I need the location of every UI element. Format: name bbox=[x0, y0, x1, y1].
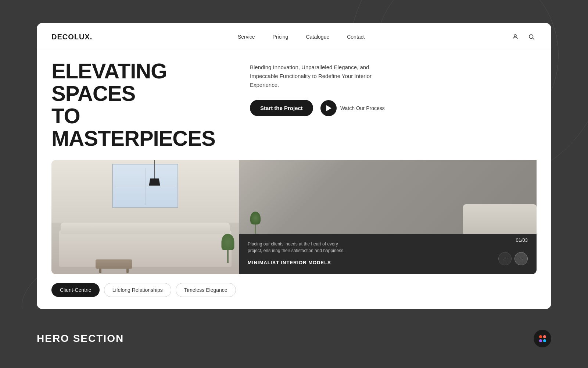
nav-service[interactable]: Service bbox=[238, 34, 255, 40]
hero-right: Blending Innovation, Unparalleled Elegan… bbox=[250, 60, 537, 116]
search-icon[interactable] bbox=[526, 32, 537, 42]
pill-client-centric[interactable]: Client-Centric bbox=[51, 283, 100, 297]
bottom-bar: HERO SECTION bbox=[0, 309, 588, 368]
overlay-title: MINIMALIST INTERIOR MODELS bbox=[248, 260, 528, 265]
window bbox=[112, 164, 178, 208]
play-triangle bbox=[326, 105, 331, 111]
hero-image-section: 01/03 Placing our clients' needs at the … bbox=[51, 160, 537, 274]
hero-image-right: 01/03 Placing our clients' needs at the … bbox=[239, 160, 537, 274]
nav-catalogue[interactable]: Catalogue bbox=[306, 34, 329, 40]
watch-process-label: Watch Our Process bbox=[340, 105, 385, 111]
figma-dot-red bbox=[543, 335, 546, 338]
sofa bbox=[59, 230, 232, 267]
user-icon[interactable] bbox=[510, 32, 520, 42]
hero-title: ELEVATING SPACES TO MASTERPIECES bbox=[51, 60, 228, 150]
figma-dots bbox=[539, 335, 546, 342]
hero-content: ELEVATING SPACES TO MASTERPIECES Blendin… bbox=[37, 48, 551, 160]
interior-image-sim bbox=[239, 160, 537, 234]
interior-sofa-right bbox=[463, 204, 537, 234]
logo: DECOLUX. bbox=[51, 33, 92, 41]
hero-left: ELEVATING SPACES TO MASTERPIECES bbox=[51, 60, 228, 150]
nav-contact[interactable]: Contact bbox=[347, 34, 365, 40]
figma-dot-purple bbox=[539, 339, 542, 342]
bottom-bar-title: HERO SECTION bbox=[37, 333, 124, 344]
main-card: DECOLUX. Service Pricing Catalogue Conta… bbox=[37, 23, 551, 309]
svg-point-1 bbox=[529, 35, 533, 39]
nav-pricing[interactable]: Pricing bbox=[273, 34, 288, 40]
pill-timeless-elegance[interactable]: Timeless Elegance bbox=[176, 283, 236, 297]
play-icon bbox=[320, 100, 337, 116]
figma-dot-orange bbox=[539, 335, 542, 338]
hero-image-left bbox=[51, 160, 239, 274]
figma-icon[interactable] bbox=[534, 330, 551, 347]
indoor-plant bbox=[220, 234, 235, 263]
nav-icons bbox=[510, 32, 537, 42]
coffee-table bbox=[96, 259, 132, 269]
overlay-description: Placing our clients' needs at the heart … bbox=[248, 241, 351, 254]
pill-lifelong-relationships[interactable]: Lifelong Relationships bbox=[104, 283, 171, 297]
overlay-content: Placing our clients' needs at the heart … bbox=[248, 241, 528, 265]
figma-dot-blue bbox=[543, 339, 546, 342]
ceiling-lamp bbox=[149, 160, 160, 186]
svg-point-0 bbox=[514, 35, 516, 37]
pill-tags: Client-Centric Lifelong Relationships Ti… bbox=[37, 276, 551, 297]
nav-links: Service Pricing Catalogue Contact bbox=[238, 34, 365, 40]
interior-plant-right bbox=[250, 212, 261, 234]
start-project-button[interactable]: Start the Project bbox=[250, 100, 313, 116]
watch-process-button[interactable]: Watch Our Process bbox=[320, 100, 385, 116]
hero-subtitle: Blending Innovation, Unparalleled Elegan… bbox=[250, 63, 390, 89]
hero-buttons: Start the Project Watch Our Process bbox=[250, 100, 537, 116]
svg-line-2 bbox=[533, 38, 534, 39]
navbar: DECOLUX. Service Pricing Catalogue Conta… bbox=[37, 23, 551, 48]
